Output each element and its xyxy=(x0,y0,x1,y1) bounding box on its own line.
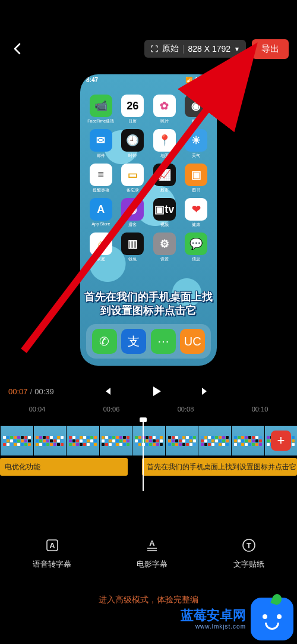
playhead[interactable] xyxy=(143,421,144,491)
tool-voice[interactable]: A语音转字幕 xyxy=(33,536,71,570)
preview-clock: 8:47 xyxy=(86,77,98,83)
tool-sticker[interactable]: T文字贴纸 xyxy=(233,536,264,570)
play-button[interactable] xyxy=(148,383,165,400)
svg-text:A: A xyxy=(150,539,156,548)
ruler-tick: 00:10 xyxy=(252,406,268,417)
home-app-icon: ◉相机 xyxy=(182,95,211,124)
home-app-icon: ☀天气 xyxy=(182,129,211,159)
timeline-thumbnail[interactable] xyxy=(66,426,99,455)
home-app-icon: ❤健康 xyxy=(182,198,211,228)
timeline-ruler: 00:0400:0600:0800:10 xyxy=(0,406,297,417)
dock-app-icon: 支 xyxy=(121,329,146,354)
timeline-thumbnail[interactable] xyxy=(132,426,165,455)
timeline-thumbnail[interactable] xyxy=(231,426,264,455)
timeline[interactable]: + 电优化功能 首先在我们的手机桌面上找到设置图标并点击它 xyxy=(0,417,297,494)
ruler-tick: 00:08 xyxy=(178,406,194,417)
export-button[interactable]: 导出 xyxy=(252,39,289,59)
tool-label: 电影字幕 xyxy=(137,559,168,570)
ruler-tick: 00:06 xyxy=(103,406,120,417)
timeline-thumbnail[interactable] xyxy=(99,426,132,455)
sticker-icon: T xyxy=(240,536,258,554)
svg-text:A: A xyxy=(49,541,55,550)
home-app-icon: 26日历 xyxy=(118,95,148,124)
home-app-icon: ⚙设置 xyxy=(150,233,179,262)
timeline-thumbnail[interactable] xyxy=(33,426,67,455)
home-app-icon: 🕘时钟 xyxy=(118,129,148,159)
voice-icon: A xyxy=(43,536,61,554)
home-app-icon: ✉邮件 xyxy=(86,129,116,159)
home-app-icon: ✿照片 xyxy=(150,95,179,124)
dock-app-icon: ✆ xyxy=(92,329,117,354)
next-frame-button[interactable] xyxy=(197,383,213,400)
subtitle-track[interactable]: 电优化功能 首先在我们的手机桌面上找到设置图标并点击它 xyxy=(0,458,297,476)
back-button[interactable] xyxy=(8,40,26,58)
home-app-icon: ▭备忘录 xyxy=(118,164,148,193)
home-app-icon: 📈股市 xyxy=(150,164,179,193)
timeline-thumbnail[interactable] xyxy=(165,426,198,455)
add-clip-button[interactable]: + xyxy=(271,431,291,451)
time-current: 00:07 xyxy=(8,387,28,396)
dock-app-icon: ⋯ xyxy=(151,329,176,354)
watermark-url: www.lmkjst.com xyxy=(181,623,246,630)
timeline-thumbnail[interactable] xyxy=(198,426,231,455)
tool-label: 语音转字幕 xyxy=(33,559,71,570)
subtitle-segment[interactable]: 首先在我们的手机桌面上找到设置图标并点击它 xyxy=(142,458,297,476)
watermark: 蓝莓安卓网 www.lmkjst.com xyxy=(181,598,293,640)
phone-screen-content: 8:47 📶 4G 🔋 📹FaceTime通话26日历✿照片◉相机✉邮件🕘时钟📍… xyxy=(80,74,217,366)
home-app-icon: 💬信息 xyxy=(182,233,211,262)
home-app-icon: ▣图书 xyxy=(182,164,211,193)
ratio-label: 原始 xyxy=(162,43,179,54)
resolution-selector[interactable]: 原始 | 828 X 1792 ▼ xyxy=(144,40,246,58)
home-app-icon: ◉播客 xyxy=(118,198,148,228)
video-preview[interactable]: 8:47 📶 4G 🔋 📹FaceTime通话26日历✿照片◉相机✉邮件🕘时钟📍… xyxy=(0,67,297,373)
dock-app-icon: UC xyxy=(180,329,205,354)
home-app-icon: 📹FaceTime通话 xyxy=(86,95,116,124)
time-separator: / xyxy=(30,387,33,396)
video-track[interactable] xyxy=(0,426,297,455)
timeline-thumbnail[interactable] xyxy=(0,426,33,455)
home-app-icon: ▥钱包 xyxy=(118,233,148,262)
tool-label: 文字贴纸 xyxy=(233,559,264,570)
preview-signal: 📶 4G 🔋 xyxy=(185,77,211,83)
home-app-icon: 📍地图 xyxy=(150,129,179,159)
prev-frame-button[interactable] xyxy=(99,383,116,400)
resolution-value: 828 X 1792 xyxy=(188,44,230,54)
watermark-icon xyxy=(251,598,293,640)
preview-caption: 首先在我们的手机桌面上找到设置图标并点击它 xyxy=(84,290,213,317)
subtitle-segment[interactable]: 电优化功能 xyxy=(0,458,128,476)
home-app-icon: ≡提醒事项 xyxy=(86,164,116,193)
home-app-icon: AApp Store xyxy=(86,198,116,228)
tool-movie[interactable]: A电影字幕 xyxy=(137,536,168,570)
movie-icon: A xyxy=(143,536,161,554)
home-app-icon: ⌂家庭 xyxy=(86,233,116,262)
svg-text:T: T xyxy=(247,541,251,550)
time-total: 00:39 xyxy=(34,387,54,396)
ruler-tick: 00:04 xyxy=(29,406,46,417)
watermark-name: 蓝莓安卓网 xyxy=(181,608,246,623)
home-app-icon: ▣tv视频 xyxy=(150,198,179,228)
